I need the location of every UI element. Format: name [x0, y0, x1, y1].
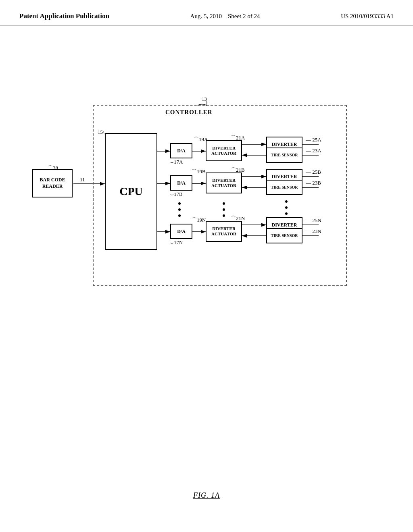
- ref-21b: ⌒21B: [231, 166, 245, 174]
- ref-17b: ⌣17B: [170, 191, 183, 197]
- ref-23b: — 23B: [306, 180, 321, 186]
- ref-23a: — 23A: [306, 148, 321, 154]
- act-box-n: DIVERTER ACTUATOR: [206, 221, 242, 242]
- header-center-info: Aug. 5, 2010 Sheet 2 of 24: [190, 11, 260, 21]
- tire-sensor-box-n: TIRE SENSOR: [266, 228, 302, 243]
- page-header: Patent Application Publication Aug. 5, 2…: [0, 0, 413, 25]
- tire-sensor-box-b: TIRE SENSOR: [266, 180, 302, 195]
- da-box-n: D/A: [170, 224, 192, 239]
- cpu-box: CPU: [105, 133, 157, 250]
- ref-11: 11: [80, 177, 85, 183]
- act-box-b: DIVERTER ACTUATOR: [206, 172, 242, 193]
- act-box-a: DIVERTER ACTUATOR: [206, 140, 242, 161]
- ref-38: ⌒38: [48, 164, 58, 172]
- ref-25n: — 25N: [306, 217, 321, 224]
- ref-19b: ⌒19B: [192, 168, 206, 175]
- ref-17n: ⌣17N: [170, 239, 183, 246]
- da-box-b: D/A: [170, 175, 192, 191]
- patent-number: US 2010/0193333 A1: [341, 11, 394, 21]
- ref-21n: ⌒21N: [231, 215, 245, 222]
- ref-13: 13: [202, 96, 207, 102]
- controller-label: CONTROLLER: [165, 109, 213, 116]
- barcode-reader-box: BAR CODE READER: [32, 169, 73, 197]
- ref-23n: — 23N: [306, 228, 321, 235]
- ref-19n: ⌒19N: [192, 216, 206, 224]
- figure-label: FIG. 1A: [193, 491, 220, 500]
- da-box-a: D/A: [170, 143, 192, 158]
- tire-sensor-box-a: TIRE SENSOR: [266, 148, 302, 163]
- ref-17a: ⌣17A: [170, 159, 183, 165]
- publication-title: Patent Application Publication: [19, 11, 109, 21]
- ref-15: 15\: [98, 129, 104, 135]
- ref-21a: ⌒21A: [231, 134, 245, 141]
- ref-25a: — 25A: [306, 137, 321, 143]
- ref-25b: — 25B: [306, 169, 321, 175]
- diagram-area: CONTROLLER 13 15\ BAR CODE READER ⌒38 11…: [40, 81, 375, 322]
